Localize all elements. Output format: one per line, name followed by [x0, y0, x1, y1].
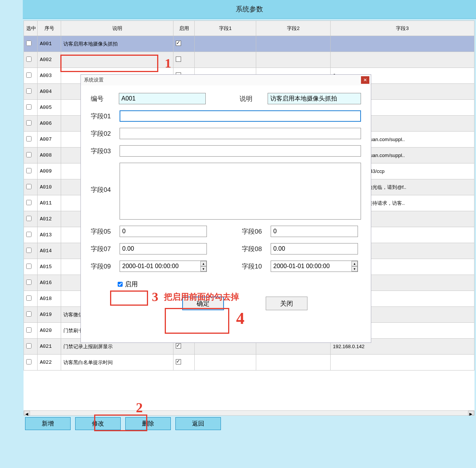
cell-f2: [256, 52, 331, 68]
cell-seq: A003: [38, 68, 61, 84]
cell-seq: A019: [38, 307, 61, 323]
row-checkbox[interactable]: [26, 104, 32, 110]
cell-desc: 访客启用本地摄像头抓拍: [61, 36, 173, 52]
table-row[interactable]: A001访客启用本地摄像头抓拍: [24, 36, 474, 52]
f09-spinner[interactable]: ▲▼: [200, 261, 206, 272]
row-checkbox[interactable]: [26, 120, 32, 126]
col-header-check[interactable]: 选中: [24, 21, 38, 36]
cell-desc: 访客黑白名单提示时间: [61, 355, 173, 371]
row-checkbox[interactable]: [26, 200, 32, 205]
id-field[interactable]: [119, 93, 206, 104]
row-checkbox[interactable]: [26, 343, 32, 349]
cell-seq: A004: [38, 84, 61, 100]
label-f09: 字段09: [91, 262, 117, 271]
col-header-desc[interactable]: 说明: [61, 21, 173, 36]
f08-field[interactable]: [271, 243, 358, 254]
enable-checkbox[interactable]: [118, 282, 123, 287]
label-f02: 字段02: [91, 129, 117, 138]
row-checkbox[interactable]: [26, 184, 32, 189]
f03-field[interactable]: [120, 145, 361, 157]
label-f03: 字段03: [91, 147, 117, 155]
scroll-left-button[interactable]: ◄: [24, 411, 30, 415]
cell-desc: [61, 52, 173, 68]
col-header-seq[interactable]: 序号: [38, 21, 61, 36]
cell-f1: [195, 52, 256, 68]
cell-f1: [195, 36, 256, 52]
delete-button[interactable]: 删除: [125, 417, 171, 430]
f09-field[interactable]: [120, 261, 207, 272]
cell-seq: A006: [38, 116, 61, 132]
f10-field[interactable]: [271, 261, 358, 272]
add-button[interactable]: 新增: [25, 417, 71, 430]
horizontal-scrollbar[interactable]: ◄ ►: [24, 410, 474, 416]
col-header-enable[interactable]: 启用: [173, 21, 195, 36]
f06-field[interactable]: [271, 226, 358, 237]
row-checkbox[interactable]: [26, 327, 32, 333]
f05-field[interactable]: [120, 226, 207, 237]
col-header-f3[interactable]: 字段3: [331, 21, 474, 36]
cell-seq: A018: [38, 291, 61, 307]
row-checkbox[interactable]: [26, 152, 32, 157]
label-f08: 字段08: [242, 245, 268, 253]
cell-seq: A022: [38, 355, 61, 371]
dialog-title-bar[interactable]: 系统设置 ✕: [81, 75, 371, 85]
label-desc: 说明: [240, 94, 265, 103]
label-f05: 字段05: [91, 227, 117, 236]
cell-seq: A012: [38, 211, 61, 227]
cell-f3: [331, 36, 474, 52]
cell-seq: A011: [38, 195, 61, 211]
label-id: 编号: [91, 94, 117, 103]
cell-enable: [173, 355, 195, 371]
row-checkbox[interactable]: [26, 280, 32, 285]
row-checkbox[interactable]: [26, 88, 32, 94]
row-checkbox[interactable]: [26, 264, 32, 269]
label-f06: 字段06: [242, 227, 268, 236]
row-checkbox[interactable]: [26, 295, 32, 301]
cell-seq: A020: [38, 323, 61, 339]
f02-field[interactable]: [120, 128, 361, 139]
cell-seq: A021: [38, 339, 61, 355]
close-button[interactable]: 关闭: [266, 297, 307, 310]
row-checkbox[interactable]: [26, 41, 32, 46]
action-buttons: 新增 修改 删除 返回: [24, 417, 474, 431]
cell-enable: [173, 36, 195, 52]
row-checkbox[interactable]: [26, 57, 32, 62]
row-checkbox[interactable]: [26, 136, 32, 141]
label-f04: 字段04: [91, 185, 117, 194]
row-checkbox[interactable]: [26, 359, 32, 364]
edit-button[interactable]: 修改: [75, 417, 121, 430]
cell-enable: [173, 52, 195, 68]
desc-field[interactable]: [268, 93, 361, 104]
row-checkbox[interactable]: [26, 216, 32, 221]
f07-field[interactable]: [120, 243, 207, 254]
f04-field[interactable]: [120, 163, 361, 220]
cell-f2: [256, 355, 331, 371]
cell-f3: [331, 355, 474, 371]
row-checkbox[interactable]: [26, 232, 32, 237]
col-header-f2[interactable]: 字段2: [256, 21, 331, 36]
enable-checkbox-wrap[interactable]: 启用: [113, 278, 142, 291]
cell-seq: A014: [38, 243, 61, 259]
cell-f2: [256, 36, 331, 52]
f10-spinner[interactable]: ▲▼: [351, 261, 358, 272]
close-icon[interactable]: ✕: [361, 76, 369, 84]
label-f01: 字段01: [91, 112, 117, 121]
table-row[interactable]: A002: [24, 52, 474, 68]
f01-field[interactable]: [120, 110, 361, 122]
cell-seq: A010: [38, 179, 61, 195]
table-row[interactable]: A022访客黑白名单提示时间: [24, 355, 474, 371]
page-title-text: 系统参数: [236, 5, 263, 14]
cell-seq: A007: [38, 132, 61, 148]
cell-seq: A015: [38, 259, 61, 275]
back-button[interactable]: 返回: [175, 417, 221, 430]
row-checkbox[interactable]: [26, 168, 32, 173]
cell-seq: A016: [38, 275, 61, 291]
cell-f1: [195, 355, 256, 371]
page-title: 系统参数: [23, 0, 476, 19]
ok-button[interactable]: 确定: [182, 297, 224, 310]
scroll-right-button[interactable]: ►: [468, 411, 474, 415]
row-checkbox[interactable]: [26, 311, 32, 317]
col-header-f1[interactable]: 字段1: [195, 21, 256, 36]
row-checkbox[interactable]: [26, 72, 32, 78]
row-checkbox[interactable]: [26, 248, 32, 253]
